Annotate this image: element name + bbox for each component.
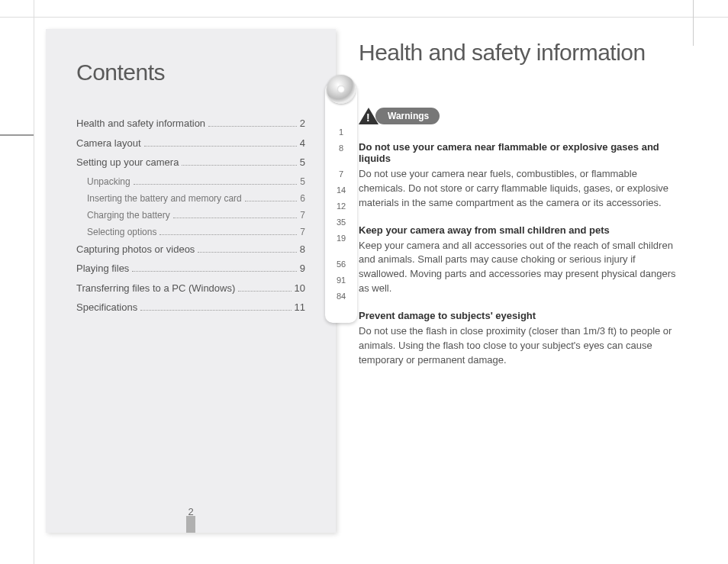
- toc-label: Inserting the battery and memory card: [87, 192, 242, 205]
- toc-entry: Camera layout4: [76, 136, 305, 151]
- crop-rule-left: [34, 0, 34, 564]
- toc-page-number: 5: [300, 155, 305, 170]
- toc-label: Specifications: [76, 300, 137, 315]
- toc-leader-dots: [132, 271, 296, 272]
- toc-label: Transferring files to a PC (Windows): [76, 281, 235, 296]
- section-title: Health and safety information: [359, 40, 683, 66]
- warning-body: Do not use the flash in close proximity …: [359, 324, 683, 368]
- side-tab-number: 12: [325, 201, 357, 211]
- toc-leader-dots: [182, 165, 296, 166]
- page-right: Health and safety information Warnings D…: [359, 40, 683, 520]
- toc-page-number: 5: [300, 175, 305, 189]
- side-number-tab: 18714123519569184: [325, 82, 357, 323]
- warning-heading: Keep your camera away from small childre…: [359, 224, 683, 236]
- toc-leader-dots: [140, 310, 291, 311]
- toc-leader-dots: [144, 146, 297, 147]
- warning-heading: Prevent damage to subjects' eyesight: [359, 310, 683, 321]
- toc-page-number: 2: [300, 116, 305, 131]
- crop-rule-right: [693, 0, 694, 46]
- warning-body: Keep your camera and all accessories out…: [359, 239, 683, 296]
- disc-icon: [327, 75, 356, 104]
- toc-leader-dots: [208, 126, 297, 127]
- warnings-label: Warnings: [375, 108, 440, 124]
- toc-label: Unpacking: [87, 175, 130, 189]
- document-spread: Contents Health and safety information2C…: [0, 0, 728, 564]
- crop-mark: [0, 134, 34, 136]
- toc-label: Setting up your camera: [76, 155, 179, 170]
- side-tab-number: 84: [325, 292, 357, 301]
- side-tab-number: 1: [325, 127, 357, 137]
- toc-subentry: Selecting options7: [76, 225, 305, 239]
- toc-leader-dots: [198, 252, 296, 253]
- side-tab-number: 7: [325, 169, 357, 179]
- toc-leader-dots: [245, 201, 298, 201]
- toc-label: Playing files: [76, 261, 129, 276]
- toc-entry: Capturing photos or videos8: [76, 242, 305, 257]
- toc-page-number: 6: [300, 192, 305, 205]
- toc-entry: Transferring files to a PC (Windows)10: [76, 281, 305, 296]
- side-tab-number: 35: [325, 218, 357, 227]
- toc-page-number: 7: [300, 208, 305, 222]
- warning-heading: Do not use your camera near flammable or…: [359, 141, 683, 164]
- toc-label: Health and safety information: [76, 116, 205, 131]
- toc-entry: Specifications11: [76, 300, 305, 315]
- toc-leader-dots: [238, 291, 291, 292]
- toc-page-number: 10: [295, 281, 305, 296]
- table-of-contents: Health and safety information2Camera lay…: [76, 116, 305, 315]
- toc-page-number: 9: [300, 261, 305, 276]
- toc-subentry: Inserting the battery and memory card6: [76, 192, 305, 205]
- toc-leader-dots: [134, 184, 298, 185]
- contents-title: Contents: [76, 60, 305, 85]
- warning-sections: Do not use your camera near flammable or…: [359, 141, 683, 367]
- toc-label: Charging the battery: [87, 208, 170, 222]
- side-tab-number: 14: [325, 185, 357, 195]
- page-left: Contents Health and safety information2C…: [46, 29, 336, 533]
- warnings-badge: Warnings: [359, 108, 683, 124]
- warning-triangle-icon: [359, 108, 378, 124]
- toc-page-number: 11: [295, 300, 305, 315]
- toc-entry: Playing files9: [76, 261, 305, 276]
- toc-page-number: 7: [300, 225, 305, 239]
- side-tab-number: 8: [325, 143, 357, 153]
- toc-subentry: Unpacking5: [76, 175, 305, 189]
- side-tab-number: 19: [325, 234, 357, 243]
- page-number-tab: [186, 516, 195, 533]
- toc-subentry: Charging the battery7: [76, 208, 305, 222]
- toc-page-number: 8: [300, 242, 305, 257]
- toc-label: Selecting options: [87, 225, 156, 239]
- toc-page-number: 4: [300, 136, 305, 151]
- crop-rule-top: [0, 17, 728, 18]
- toc-label: Camera layout: [76, 136, 141, 151]
- side-tab-number: 91: [325, 276, 357, 285]
- toc-entry: Health and safety information2: [76, 116, 305, 131]
- toc-leader-dots: [159, 234, 297, 235]
- toc-label: Capturing photos or videos: [76, 242, 195, 257]
- warning-body: Do not use your camera near fuels, combu…: [359, 167, 683, 211]
- toc-entry: Setting up your camera5: [76, 155, 305, 170]
- toc-leader-dots: [173, 218, 298, 218]
- side-tab-number: 56: [325, 259, 357, 269]
